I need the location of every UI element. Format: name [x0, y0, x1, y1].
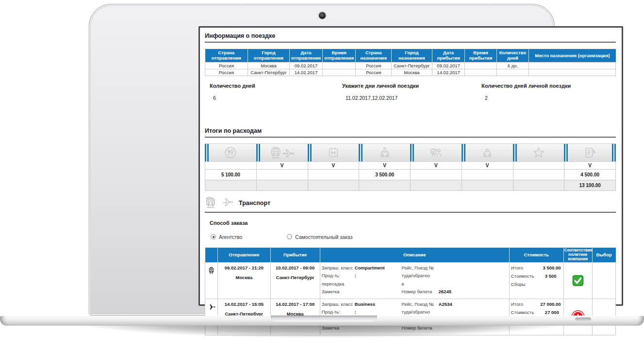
transport-row-train: 09.02.2017 - 21:20 Москва 10.02.2017 - 0… [205, 262, 616, 299]
duration-label: Прод-ть: [322, 273, 353, 278]
webcam-icon [319, 12, 326, 19]
summary-value: 3 500.00 [359, 169, 411, 180]
summary-check [205, 161, 257, 169]
summary-check-row: V V V V V V [205, 161, 616, 169]
summary-total [462, 180, 513, 190]
order-method-options: Агентство Самостоятельный заказ [211, 234, 616, 240]
laptop-base-port [575, 317, 591, 321]
col-header: Страна назначения [356, 49, 392, 62]
transport-title: Транспорт [239, 200, 270, 206]
col-header: Количество дней [496, 49, 529, 62]
trip-table-header-row: Страна отправления Город отправления Дат… [205, 49, 616, 62]
total-label: Итого [511, 265, 538, 270]
radio-option-agency[interactable]: Агентство [211, 234, 242, 240]
summary-value [462, 169, 513, 180]
laptop-base-notch [271, 315, 377, 322]
summary-total [308, 180, 359, 190]
class-value: Business [355, 301, 375, 307]
col-header: Отправление [218, 248, 270, 263]
cost-value: 3 500 [545, 273, 557, 279]
cost-cell: Итого3 500.00 Стоимость3 500 Сборы [509, 262, 563, 299]
radio-option-self-order[interactable]: Самостоятельный заказ [287, 234, 352, 240]
train-mode-icon [205, 262, 218, 299]
summary-check: V [462, 161, 513, 169]
mode-col-header [205, 248, 218, 263]
trip-cell: Россия [356, 69, 392, 76]
description-cell: Запраш. классCompartment Прод-ть:: перес… [320, 262, 509, 299]
summary-total [359, 180, 411, 190]
summary-value [411, 169, 462, 180]
duration-value: : [355, 309, 356, 315]
invoice-total-icon [564, 143, 616, 161]
trip-cell [496, 69, 529, 76]
plane-icon [220, 196, 237, 210]
laptop-shadow [3, 325, 641, 346]
arrival-cell: 10.02.2017 - 09:00 Санкт-Петербург [270, 262, 320, 299]
choice-cell[interactable] [592, 262, 615, 299]
trip-cell [322, 69, 356, 76]
expense-summary-title: Итоги по расходам [205, 127, 262, 134]
radio-unselected-icon[interactable] [287, 234, 292, 239]
flight-label: Рейс, Поезд № [402, 301, 437, 307]
col-header: Страна отправления [205, 49, 248, 62]
arrival-datetime: 14.02.2017 - 17:00 [272, 301, 318, 307]
trip-cell: Москва [248, 62, 289, 69]
hotel-icon [308, 143, 359, 161]
departure-city: Москва [219, 275, 268, 280]
summary-value [308, 169, 359, 180]
days-count-field: Количество дней 6 [205, 83, 342, 115]
trip-cell: Москва [392, 69, 432, 76]
col-header: Дата отправления [290, 49, 323, 62]
car-rental-icon [462, 143, 513, 161]
taxi-icon [359, 143, 411, 161]
summary-check [513, 161, 564, 169]
departure-cell: 09.02.2017 - 21:20 Москва [218, 262, 270, 299]
ticket-label: Номер билета [402, 289, 437, 294]
summary-value [513, 169, 564, 180]
field-value: 11.02.2017,12.02.2017 [342, 95, 481, 101]
trip-fields: Количество дней 6 Укажите дни личной пое… [205, 83, 616, 115]
field-value: 2 [481, 95, 571, 101]
summary-check: V [359, 161, 411, 169]
col-header: Дата прибытия [432, 49, 465, 62]
summary-check: V [411, 161, 462, 169]
field-label: Количество дней личной поездки [481, 83, 571, 89]
radio-label[interactable]: Агентство [219, 234, 242, 240]
total-value: 27 000.00 [540, 301, 561, 307]
laptop-lid: Информация о поездке Страна отправления … [89, 4, 555, 315]
cost-label: Стоимость [511, 310, 538, 315]
trip-cell: Санкт-Петербург [248, 69, 289, 76]
summary-value: 5 100.00 [205, 169, 257, 180]
trip-cell [465, 69, 496, 76]
cost-label: Стоимость [511, 273, 538, 279]
cost-value: 27 000 [545, 310, 559, 315]
summary-values-row: 5 100.00 3 500.00 4 500.00 [205, 169, 616, 180]
summary-check: V [308, 161, 359, 169]
roundtrip-label: туда/обратно [402, 309, 437, 315]
radio-selected-icon[interactable] [211, 234, 216, 239]
to-label: в [402, 281, 437, 286]
field-label: Укажите дни личной поездки [342, 83, 481, 89]
summary-total [256, 180, 308, 190]
summary-total: 13 100.00 [564, 180, 616, 190]
trip-cell: Санкт-Петербург [392, 62, 432, 69]
train-icon [205, 196, 220, 210]
order-method-label: Способ заказа [210, 220, 616, 226]
trip-info-title: Информация о поездке [205, 32, 275, 39]
radio-label[interactable]: Самостоятельный заказ [295, 234, 352, 240]
policy-ok-icon [563, 262, 592, 299]
transfer-label: пересадка [322, 281, 353, 286]
rail-air-icon [256, 143, 308, 161]
col-header: Стоимость [509, 248, 563, 263]
ticket-number: 26245 [439, 289, 451, 294]
class-label: Запраш. класс [322, 301, 353, 307]
trip-cell: 14.02.2017 [432, 69, 465, 76]
trip-cell [465, 62, 496, 69]
laptop-mockup: Информация о поездке Страна отправления … [0, 0, 644, 347]
trip-cell: Россия [356, 62, 392, 69]
trip-cell [529, 69, 616, 76]
class-label: Запраш. класс [322, 265, 353, 270]
col-header: Время прибытия [465, 49, 496, 62]
fees-label: Сборы [511, 282, 538, 287]
summary-check: V [564, 161, 616, 169]
